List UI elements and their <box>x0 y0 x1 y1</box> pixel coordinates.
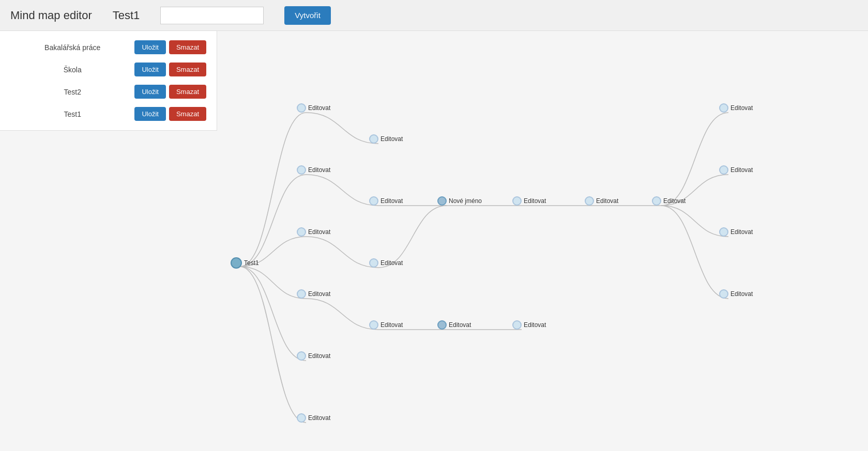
create-button[interactable]: Vytvořit <box>284 6 330 25</box>
current-map-name: Test1 <box>113 9 140 22</box>
new-map-input[interactable] <box>160 7 264 24</box>
app-title: Mind map editor <box>10 9 92 22</box>
header: Mind map editor Test1 Vytvořit <box>0 0 868 31</box>
